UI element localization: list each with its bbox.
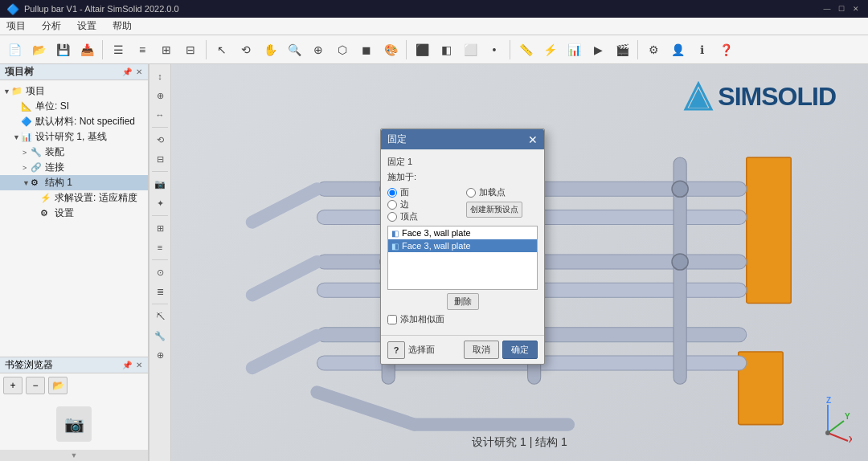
- rt-plus[interactable]: ⊕: [150, 346, 170, 364]
- bookmark-panel-icons: 📌 ✕: [121, 360, 143, 370]
- tb-grid2[interactable]: ⊟: [179, 39, 202, 61]
- radio-vertex-input[interactable]: [387, 212, 397, 222]
- tb-vertex[interactable]: •: [483, 39, 506, 61]
- radio-group-row1: 面 边 顶点: [387, 186, 538, 222]
- tb-rotate[interactable]: ⟲: [235, 39, 257, 61]
- dialog-close-button[interactable]: ✕: [528, 133, 538, 146]
- panel-close-icon[interactable]: ✕: [135, 67, 143, 77]
- minimize-button[interactable]: —: [821, 3, 833, 14]
- tb-video[interactable]: 🎬: [611, 39, 633, 61]
- tree-arrow-structure: ▼: [23, 179, 31, 187]
- rt-sep4: [152, 259, 168, 260]
- tb-list[interactable]: ☰: [107, 39, 129, 61]
- tree-item-assembly[interactable]: > 🔧 装配: [0, 145, 148, 160]
- create-node-button[interactable]: 创建新预设点: [466, 202, 522, 218]
- tree-item-material[interactable]: 🔷 默认材料: Not specified: [0, 114, 148, 129]
- bookmark-add-btn[interactable]: +: [3, 377, 23, 394]
- rt-sep3: [152, 215, 168, 216]
- tb-settings[interactable]: ⚙: [642, 39, 665, 61]
- tb-list2[interactable]: ≡: [131, 39, 154, 61]
- rt-zoom-out[interactable]: ⊟: [150, 150, 170, 168]
- create-node-container: 创建新预设点: [466, 202, 538, 218]
- maximize-button[interactable]: ☐: [836, 3, 847, 14]
- tb-grid[interactable]: ⊞: [155, 39, 178, 61]
- menu-help[interactable]: 帮助: [109, 18, 135, 35]
- bookmark-delete-btn[interactable]: −: [26, 377, 45, 394]
- tb-help[interactable]: ❓: [714, 39, 737, 61]
- tb-import[interactable]: 📥: [76, 39, 98, 61]
- menu-analysis[interactable]: 分析: [39, 18, 64, 35]
- delete-button[interactable]: 删除: [447, 293, 479, 310]
- tb-shaded[interactable]: ◼: [355, 39, 378, 61]
- tree-item-unit[interactable]: 📐 单位: SI: [0, 99, 148, 114]
- help-button[interactable]: ?: [387, 341, 405, 359]
- ok-button[interactable]: 确定: [502, 341, 538, 359]
- rt-zoom-in[interactable]: ⊕: [150, 87, 170, 104]
- bookmark-folder-btn[interactable]: 📂: [48, 377, 68, 394]
- tb-pan[interactable]: ✋: [259, 39, 281, 61]
- rt-star[interactable]: ✦: [150, 194, 170, 212]
- tb-wire[interactable]: ⬡: [331, 39, 354, 61]
- tb-new[interactable]: 📄: [3, 39, 26, 61]
- tree-icon-settings: ⚙: [40, 208, 53, 218]
- tb-open[interactable]: 📂: [27, 39, 50, 61]
- menu-project[interactable]: 项目: [3, 18, 29, 35]
- close-button[interactable]: ✕: [850, 3, 862, 14]
- title-bar-text: Pullup bar V1 - Altair SimSolid 2022.0.0: [24, 4, 179, 14]
- tb-person[interactable]: 👤: [666, 39, 689, 61]
- rt-circle[interactable]: ⊙: [150, 263, 170, 281]
- tb-calc[interactable]: ⚡: [538, 39, 561, 61]
- cancel-button[interactable]: 取消: [464, 341, 499, 359]
- tb-render[interactable]: 🎨: [379, 39, 402, 61]
- menu-settings[interactable]: 设置: [74, 18, 100, 35]
- rt-grid[interactable]: ⊞: [150, 219, 170, 237]
- tree-item-study[interactable]: ▼ 📊 设计研究 1, 基线: [0, 129, 148, 145]
- bookmark-close-icon[interactable]: ✕: [135, 360, 143, 370]
- tree-label-connection: 连接: [45, 161, 64, 174]
- tree-arrow-project: ▼: [3, 88, 11, 96]
- face-list[interactable]: ◧ Face 3, wall plate ◧ Face 3, wall plat…: [387, 226, 538, 290]
- tree-arrow-study: ▼: [13, 133, 21, 141]
- bookmark-pin-icon[interactable]: 📌: [121, 360, 133, 370]
- tb-measure[interactable]: 📏: [514, 39, 537, 61]
- face-item-2[interactable]: ◧ Face 3, wall plate: [388, 239, 537, 252]
- radio-edge-input[interactable]: [387, 200, 397, 210]
- tree-item-project[interactable]: ▼ 📁 项目: [0, 84, 148, 99]
- tree-item-solve[interactable]: ⚡ 求解设置: 适应精度: [0, 190, 148, 206]
- tb-zoom2[interactable]: ⊕: [307, 39, 330, 61]
- dialog-name: 固定 1: [387, 156, 538, 168]
- bookmark-resize-handle[interactable]: ▼: [0, 450, 148, 461]
- tb-zoom[interactable]: 🔍: [283, 39, 305, 61]
- rt-camera[interactable]: 📷: [150, 175, 170, 193]
- rt-pan[interactable]: ↔: [150, 106, 170, 124]
- rt-wrench[interactable]: 🔧: [150, 327, 170, 345]
- tb-save[interactable]: 💾: [51, 39, 74, 61]
- face-item-1[interactable]: ◧ Face 3, wall plate: [388, 226, 537, 239]
- tb-anim[interactable]: ▶: [587, 39, 609, 61]
- face-item-1-label: Face 3, wall plate: [402, 228, 471, 238]
- tb-face[interactable]: ◧: [435, 39, 457, 61]
- similar-faces-label: 添加相似面: [400, 313, 444, 325]
- viewport[interactable]: SIMSOLID: [171, 64, 868, 461]
- sep1: [102, 40, 103, 59]
- tree-item-connection[interactable]: > 🔗 连接: [0, 160, 148, 175]
- tree-icon-unit: 📐: [21, 101, 34, 112]
- tb-edge[interactable]: ⬜: [459, 39, 481, 61]
- tb-info[interactable]: ℹ: [690, 39, 713, 61]
- tb-cube[interactable]: ⬛: [411, 39, 433, 61]
- panel-pin-icon[interactable]: 📌: [121, 67, 133, 77]
- rt-lines[interactable]: ≣: [150, 283, 170, 300]
- radio-loadpoint-input[interactable]: [466, 188, 476, 198]
- rt-pick[interactable]: ⛏: [150, 308, 170, 325]
- tree-item-settings[interactable]: ⚙ 设置: [0, 206, 148, 221]
- title-bar-controls[interactable]: — ☐ ✕: [821, 3, 862, 14]
- rt-list[interactable]: ≡: [150, 239, 170, 256]
- rt-rotate[interactable]: ⟲: [150, 131, 170, 149]
- rt-select[interactable]: ↕: [150, 67, 170, 85]
- tree-item-structure[interactable]: ▼ ⚙ 结构 1: [0, 175, 148, 190]
- tb-chart[interactable]: 📊: [563, 39, 585, 61]
- tb-select[interactable]: ↖: [211, 39, 233, 61]
- fixed-dialog: 固定 ✕ 固定 1 施加于: 面: [380, 129, 545, 365]
- radio-face-input[interactable]: [387, 188, 397, 198]
- similar-faces-checkbox[interactable]: [387, 315, 397, 324]
